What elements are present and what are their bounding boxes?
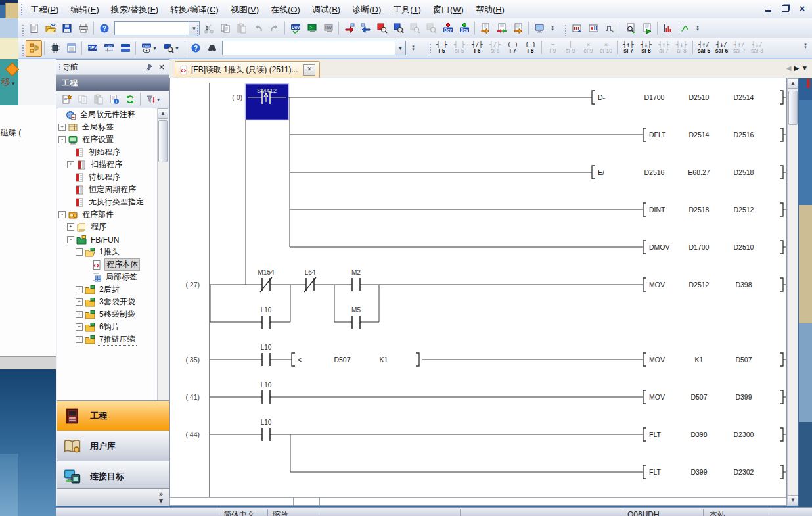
device-comment-display-icon[interactable]: DEV bbox=[84, 40, 101, 57]
ladder-symbol-sF6-button[interactable]: ┤/├sF6 bbox=[486, 38, 504, 57]
start-watching-icon[interactable] bbox=[477, 20, 493, 37]
refresh-icon[interactable] bbox=[122, 92, 138, 107]
device-monitor-register-icon[interactable]: Dev bbox=[440, 20, 456, 37]
combobox-value[interactable] bbox=[115, 22, 189, 35]
contact-L64[interactable]: L64 bbox=[304, 269, 316, 292]
hscroll-track[interactable] bbox=[320, 498, 786, 505]
new-project-icon[interactable] bbox=[26, 20, 42, 37]
ladder-symbol-aF8-button[interactable]: ┤↓├aF8 bbox=[673, 38, 690, 57]
contact-M5[interactable]: M5 bbox=[351, 306, 361, 329]
tree-item-label[interactable]: 初始程序 bbox=[87, 147, 122, 158]
trend-chart-green-icon[interactable] bbox=[676, 20, 692, 37]
scroll-thumb[interactable] bbox=[158, 120, 168, 162]
tree-item-label[interactable]: 3套袋开袋 bbox=[98, 296, 137, 308]
menu-h[interactable]: 帮助(H) bbox=[470, 0, 510, 18]
collapse-icon[interactable]: - bbox=[58, 136, 66, 143]
ladder-symbol-F6-button[interactable]: ┤/├F6 bbox=[468, 38, 486, 57]
expand-icon[interactable]: + bbox=[76, 336, 83, 343]
toolbar-overflow-icon[interactable]: ▾▾ bbox=[409, 45, 417, 51]
tree-item-待机程序[interactable]: 待机程序 bbox=[57, 171, 159, 183]
cut-icon[interactable] bbox=[200, 20, 217, 37]
output-window-icon[interactable] bbox=[63, 40, 79, 57]
tree-item-全局软元件注释[interactable]: 全局软元件注释 bbox=[57, 108, 159, 121]
contact-L10[interactable]: L10 bbox=[261, 306, 272, 329]
combobox-value[interactable] bbox=[223, 41, 395, 55]
toolbar-combobox[interactable]: ▼ bbox=[114, 21, 200, 35]
pane-split-box[interactable] bbox=[170, 498, 294, 505]
tree-item-恒定周期程序[interactable]: 恒定周期程序 bbox=[57, 183, 159, 196]
tree-item-label[interactable]: 待机程序 bbox=[87, 172, 122, 183]
instruction-<[interactable]: <D507K1 bbox=[292, 353, 419, 366]
tab-close-icon[interactable]: ✕ bbox=[303, 64, 315, 76]
tab-scroll-arrows[interactable]: ◀▶▼ bbox=[786, 64, 811, 72]
ladder-symbol-sF7-button[interactable]: ┤↑├sF7 bbox=[620, 38, 637, 57]
contact-L10[interactable]: L10 bbox=[261, 344, 272, 366]
toolbar-grip[interactable] bbox=[429, 43, 432, 55]
ladder-symbol-F9-button[interactable]: ─F9 bbox=[544, 38, 562, 57]
tree-item-label[interactable]: 恒定周期程序 bbox=[87, 184, 137, 195]
help-icon[interactable]: ? bbox=[96, 20, 112, 37]
save-project-icon[interactable] bbox=[58, 20, 75, 37]
tree-item-2后封[interactable]: +2后封 bbox=[57, 283, 159, 296]
menu-d[interactable]: 诊断(D) bbox=[346, 0, 387, 18]
verify-with-plc-icon[interactable] bbox=[407, 20, 423, 37]
ladder-symbol-saF7-button[interactable]: ┤↑/saF7 bbox=[731, 38, 748, 57]
tree-item-程序设置[interactable]: -程序设置 bbox=[57, 133, 159, 146]
close-panel-icon[interactable] bbox=[156, 62, 167, 72]
copy-icon[interactable] bbox=[217, 20, 233, 37]
tree-item-5移袋制袋[interactable]: +5移袋制袋 bbox=[57, 308, 159, 321]
tree-item-FB/FUN[interactable]: -FB/FUN bbox=[57, 233, 159, 246]
ladder-symbol-aF7-button[interactable]: ┤↑├aF7 bbox=[655, 38, 673, 57]
toolbar-grip[interactable] bbox=[22, 24, 24, 36]
scroll-thumb[interactable] bbox=[788, 91, 798, 125]
expand-icon[interactable]: + bbox=[76, 311, 83, 318]
close-button[interactable]: × bbox=[796, 3, 808, 14]
ladder-symbol-cF9-button[interactable]: ×cF9 bbox=[579, 38, 597, 57]
expand-icon[interactable]: + bbox=[76, 298, 83, 306]
ladder-canvas[interactable]: SM412M154L64M2L10M5L10L10L10D-D1700D2510… bbox=[170, 78, 786, 498]
instruction-DMOV[interactable]: DMOVD1700D2510 bbox=[643, 241, 786, 254]
nav-stack-工程[interactable]: 工程 bbox=[57, 400, 169, 431]
editor-horizontal-scrollbar[interactable] bbox=[169, 497, 787, 506]
tree-item-label[interactable]: FB/FUN bbox=[89, 235, 120, 245]
scroll-up-icon[interactable]: ▲ bbox=[788, 78, 798, 89]
tree-item-初始程序[interactable]: 初始程序 bbox=[57, 146, 159, 158]
contact-L10[interactable]: L10 bbox=[261, 381, 272, 404]
expand-icon[interactable]: + bbox=[76, 286, 83, 293]
paste-item-icon[interactable] bbox=[91, 92, 106, 107]
navigation-window-toggle-icon[interactable] bbox=[26, 40, 42, 57]
menu-f[interactable]: 搜索/替换(F) bbox=[105, 0, 164, 18]
restore-button[interactable] bbox=[779, 3, 791, 14]
device-monitor-start-icon[interactable]: Dev bbox=[456, 20, 472, 37]
tab-list-icon[interactable]: ▼ bbox=[801, 64, 811, 72]
sort-icon[interactable]: ▼ bbox=[143, 92, 164, 107]
tab-scroll-right-icon[interactable]: ▶ bbox=[794, 64, 801, 72]
menu-e[interactable]: 编辑(E) bbox=[64, 0, 104, 18]
device-comment-icon[interactable]: Dev bbox=[287, 20, 304, 37]
print-icon[interactable] bbox=[75, 20, 91, 37]
tree-item-3套袋开袋[interactable]: +3套袋开袋 bbox=[57, 296, 159, 308]
tree-item-无执行类型指定[interactable]: 无执行类型指定 bbox=[57, 196, 159, 208]
monitor-stop-icon[interactable] bbox=[390, 20, 407, 37]
tree-item-label[interactable]: 2后封 bbox=[98, 284, 121, 295]
trend-chart-red-icon[interactable] bbox=[660, 20, 676, 37]
copy-item-icon[interactable] bbox=[75, 92, 91, 107]
property-icon[interactable]: i bbox=[106, 92, 122, 107]
tree-item-label[interactable]: 全局标签 bbox=[81, 122, 115, 133]
expand-icon[interactable]: + bbox=[58, 124, 66, 131]
menu-w[interactable]: 窗口(W) bbox=[427, 0, 470, 18]
minimize-button[interactable] bbox=[762, 3, 774, 14]
sampling-trace-icon[interactable]: >_ bbox=[304, 20, 320, 37]
stop-watching-icon[interactable] bbox=[510, 20, 526, 37]
instruction-MOV[interactable]: MOVD2512D398 bbox=[643, 278, 786, 291]
redo-icon[interactable] bbox=[266, 20, 282, 37]
pc-monitor-icon[interactable] bbox=[531, 20, 547, 37]
tree-item-label[interactable]: 程序部件 bbox=[81, 209, 115, 220]
menu-t[interactable]: 工具(T) bbox=[387, 0, 427, 18]
contact-M154[interactable]: M154 bbox=[258, 269, 274, 292]
ladder-symbol-saF5-button[interactable]: ┤↑/saF5 bbox=[695, 38, 713, 57]
ladder-symbol-sF9-button[interactable]: │sF9 bbox=[562, 38, 579, 57]
instruction-DFLT[interactable]: DFLTD2514D2516 bbox=[643, 128, 786, 141]
instruction-MOV[interactable]: MOVD507D399 bbox=[643, 390, 786, 404]
ladder-symbol-sF5-button[interactable]: ┤ ├sF5 bbox=[451, 38, 468, 57]
